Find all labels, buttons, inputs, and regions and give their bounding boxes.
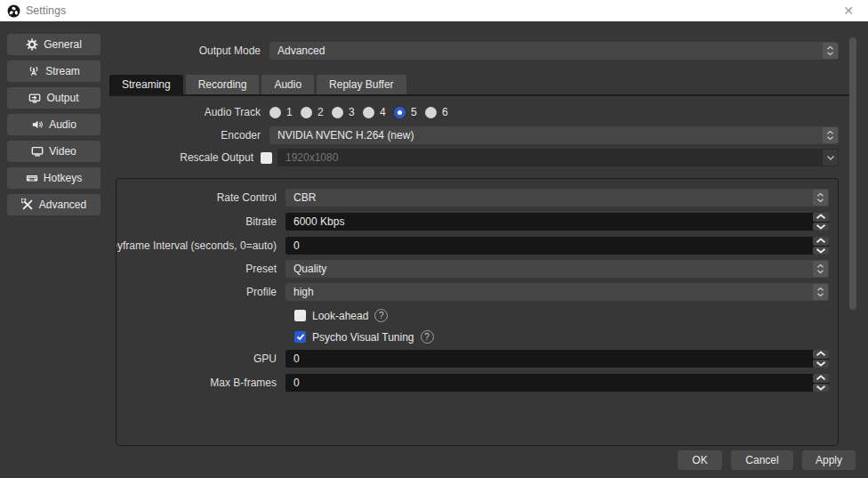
- look-ahead-checkbox[interactable]: [294, 310, 306, 321]
- sidebar-item-label: Video: [49, 145, 76, 158]
- encoder-select[interactable]: NVIDIA NVENC H.264 (new): [269, 126, 839, 144]
- output-mode-value: Advanced: [277, 45, 325, 57]
- sidebar-item-label: Hotkeys: [44, 172, 82, 184]
- audio-track-radio-2[interactable]: [301, 107, 312, 118]
- combo-arrows-icon: [813, 284, 828, 300]
- sidebar-item-advanced[interactable]: Advanced: [7, 194, 100, 215]
- radio-label: 5: [411, 106, 417, 118]
- tab-audio[interactable]: Audio: [261, 75, 314, 94]
- profile-select[interactable]: high: [285, 283, 829, 301]
- radio-label: 6: [442, 106, 448, 118]
- spin-up-icon[interactable]: [813, 374, 829, 383]
- bitrate-input[interactable]: 6000 Kbps: [285, 213, 829, 231]
- check-icon: [296, 333, 305, 341]
- tab-replay-buffer[interactable]: Replay Buffer: [317, 75, 406, 94]
- tab-pane-border: [109, 94, 849, 96]
- psycho-visual-tuning-label: Psycho Visual Tuning: [312, 331, 414, 344]
- output-mode-label: Output Mode: [109, 45, 269, 57]
- sidebar-item-video[interactable]: Video: [7, 141, 100, 162]
- audio-track-radio-6[interactable]: [425, 107, 437, 118]
- spin-down-icon[interactable]: [813, 247, 829, 255]
- radio-label: 3: [349, 106, 355, 118]
- output-mode-select[interactable]: Advanced: [269, 42, 839, 60]
- rescale-output-label: Rescale Output: [109, 151, 261, 164]
- psycho-visual-tuning-checkbox[interactable]: [294, 331, 306, 343]
- bitrate-row: Bitrate 6000 Kbps: [117, 213, 829, 231]
- audio-track-radio-5[interactable]: [394, 107, 406, 118]
- dialog-buttons: OK Cancel Apply: [678, 450, 856, 470]
- audio-track-row: Audio Track 1 2 3 4 5 6: [109, 105, 839, 119]
- gpu-row: GPU 0: [117, 350, 829, 368]
- tab-recording[interactable]: Recording: [186, 75, 260, 94]
- combo-arrows-icon: [823, 43, 838, 59]
- sidebar-item-label: Audio: [49, 118, 76, 131]
- encoder-row: Encoder NVIDIA NVENC H.264 (new): [109, 126, 839, 144]
- broadcast-icon: [28, 65, 40, 77]
- close-icon[interactable]: ✕: [836, 4, 861, 18]
- radio-label: 2: [317, 106, 324, 118]
- sidebar-item-output[interactable]: Output: [7, 87, 100, 109]
- max-bframes-input[interactable]: 0: [285, 374, 829, 392]
- preset-select[interactable]: Quality: [285, 260, 829, 278]
- encoder-settings-group: Rate Control CBR Bitrate 6000 Kbps: [116, 178, 839, 446]
- spin-down-icon[interactable]: [813, 360, 829, 369]
- keyframe-interval-row: Keyframe Interval (seconds, 0=auto) 0: [117, 237, 829, 255]
- spin-down-icon[interactable]: [813, 223, 829, 231]
- max-bframes-row: Max B-frames 0: [117, 374, 829, 392]
- sidebar-item-label: General: [44, 38, 82, 51]
- keyframe-interval-input[interactable]: 0: [285, 237, 829, 255]
- rate-control-select[interactable]: CBR: [285, 189, 829, 207]
- rescale-resolution-select: 1920x1080: [277, 149, 839, 166]
- profile-label: Profile: [117, 286, 285, 298]
- settings-dialog-body: General Stream Output: [0, 21, 868, 478]
- spin-down-icon[interactable]: [813, 384, 829, 393]
- tools-icon: [21, 198, 34, 211]
- combo-down-icon: [823, 150, 838, 166]
- cancel-button[interactable]: Cancel: [731, 450, 793, 470]
- preset-row: Preset Quality: [117, 260, 829, 278]
- encoder-label: Encoder: [109, 129, 269, 142]
- spin-up-icon[interactable]: [813, 237, 829, 246]
- sidebar-item-stream[interactable]: Stream: [7, 61, 100, 82]
- speaker-icon: [31, 118, 44, 131]
- rescale-output-checkbox[interactable]: [261, 152, 272, 164]
- look-ahead-row: Look-ahead ?: [294, 309, 388, 322]
- monitor-icon: [31, 145, 44, 158]
- output-tabs: Streaming Recording Audio Replay Buffer: [109, 75, 409, 94]
- help-icon[interactable]: ?: [421, 330, 434, 344]
- max-bframes-label: Max B-frames: [117, 377, 285, 389]
- audio-track-label: Audio Track: [109, 106, 269, 118]
- preset-label: Preset: [117, 263, 285, 275]
- ok-button[interactable]: OK: [678, 450, 722, 470]
- gpu-input[interactable]: 0: [285, 350, 829, 368]
- keyframe-interval-label: Keyframe Interval (seconds, 0=auto): [117, 239, 285, 252]
- look-ahead-label: Look-ahead: [312, 310, 368, 322]
- sidebar-item-hotkeys[interactable]: Hotkeys: [7, 167, 100, 189]
- sidebar-item-audio[interactable]: Audio: [7, 114, 100, 135]
- output-mode-row: Output Mode Advanced: [109, 42, 839, 60]
- rescale-resolution-value: 1920x1080: [285, 151, 338, 164]
- encoder-value: NVIDIA NVENC H.264 (new): [277, 129, 414, 142]
- help-icon[interactable]: ?: [374, 309, 388, 322]
- combo-arrows-icon: [823, 127, 838, 143]
- rate-control-row: Rate Control CBR: [117, 189, 829, 207]
- output-icon: [28, 92, 41, 104]
- psycho-visual-tuning-row: Psycho Visual Tuning ?: [294, 330, 434, 344]
- tab-streaming[interactable]: Streaming: [109, 75, 183, 94]
- rescale-output-row: Rescale Output 1920x1080: [109, 149, 839, 166]
- audio-track-radio-3[interactable]: [332, 107, 343, 118]
- audio-track-radio-4[interactable]: [363, 107, 374, 118]
- vertical-scrollbar[interactable]: [849, 37, 856, 310]
- settings-sidebar: General Stream Output: [7, 34, 100, 221]
- spin-up-icon[interactable]: [813, 350, 829, 359]
- audio-track-radio-1[interactable]: [269, 107, 281, 118]
- bitrate-label: Bitrate: [117, 215, 285, 228]
- radio-label: 4: [380, 106, 386, 118]
- apply-button[interactable]: Apply: [802, 450, 856, 470]
- gear-icon: [26, 38, 38, 51]
- window-title: Settings: [26, 4, 66, 17]
- sidebar-item-general[interactable]: General: [7, 34, 100, 55]
- sidebar-item-label: Advanced: [39, 198, 86, 211]
- combo-arrows-icon: [813, 261, 828, 277]
- spin-up-icon[interactable]: [813, 213, 829, 222]
